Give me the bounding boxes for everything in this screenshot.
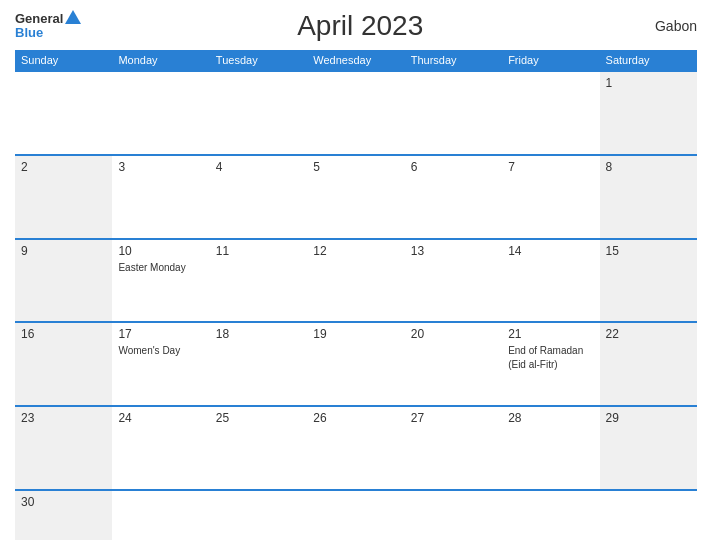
day-number: 13	[411, 244, 496, 258]
day-cell	[502, 72, 599, 154]
day-header-tuesday: Tuesday	[210, 50, 307, 70]
day-cell: 29	[600, 407, 697, 489]
day-cell: 4	[210, 156, 307, 238]
day-header-saturday: Saturday	[600, 50, 697, 70]
day-cell: 12	[307, 240, 404, 322]
day-number: 21	[508, 327, 593, 341]
day-number: 15	[606, 244, 691, 258]
day-cell	[307, 72, 404, 154]
weeks: 12345678910Easter Monday11121314151617Wo…	[15, 70, 697, 540]
day-number: 16	[21, 327, 106, 341]
day-number: 23	[21, 411, 106, 425]
day-number: 29	[606, 411, 691, 425]
day-number: 1	[606, 76, 691, 90]
day-cell: 13	[405, 240, 502, 322]
day-number: 5	[313, 160, 398, 174]
day-cell: 10Easter Monday	[112, 240, 209, 322]
day-cell	[600, 491, 697, 540]
day-number: 25	[216, 411, 301, 425]
day-cell: 16	[15, 323, 112, 405]
day-number: 28	[508, 411, 593, 425]
day-cell: 2	[15, 156, 112, 238]
day-cell: 7	[502, 156, 599, 238]
day-cell	[210, 72, 307, 154]
day-number: 22	[606, 327, 691, 341]
day-cell	[502, 491, 599, 540]
day-number: 9	[21, 244, 106, 258]
day-number: 24	[118, 411, 203, 425]
week-row-0: 1	[15, 70, 697, 154]
day-header-wednesday: Wednesday	[307, 50, 404, 70]
day-number: 4	[216, 160, 301, 174]
month-title: April 2023	[83, 10, 637, 42]
day-cell: 23	[15, 407, 112, 489]
day-header-friday: Friday	[502, 50, 599, 70]
country: Gabon	[637, 18, 697, 34]
day-cell: 21End of Ramadan (Eid al-Fitr)	[502, 323, 599, 405]
day-cell: 26	[307, 407, 404, 489]
week-row-3: 1617Women's Day18192021End of Ramadan (E…	[15, 321, 697, 405]
day-number: 7	[508, 160, 593, 174]
day-number: 2	[21, 160, 106, 174]
day-header-monday: Monday	[112, 50, 209, 70]
day-cell: 14	[502, 240, 599, 322]
day-number: 10	[118, 244, 203, 258]
holiday-label: Easter Monday	[118, 262, 185, 273]
day-cell: 15	[600, 240, 697, 322]
day-cell: 28	[502, 407, 599, 489]
day-cell	[307, 491, 404, 540]
day-cell: 24	[112, 407, 209, 489]
day-number: 6	[411, 160, 496, 174]
holiday-label: End of Ramadan (Eid al-Fitr)	[508, 345, 583, 370]
header: General Blue April 2023 Gabon	[15, 10, 697, 42]
day-cell: 19	[307, 323, 404, 405]
page: General Blue April 2023 Gabon SundayMond…	[0, 0, 712, 550]
calendar: SundayMondayTuesdayWednesdayThursdayFrid…	[15, 50, 697, 540]
day-cell: 27	[405, 407, 502, 489]
day-number: 3	[118, 160, 203, 174]
day-number: 19	[313, 327, 398, 341]
holiday-label: Women's Day	[118, 345, 180, 356]
day-cell: 3	[112, 156, 209, 238]
day-headers: SundayMondayTuesdayWednesdayThursdayFrid…	[15, 50, 697, 70]
day-cell: 25	[210, 407, 307, 489]
day-cell: 8	[600, 156, 697, 238]
day-number: 30	[21, 495, 106, 509]
day-cell: 20	[405, 323, 502, 405]
day-cell: 5	[307, 156, 404, 238]
day-cell	[112, 491, 209, 540]
day-cell: 9	[15, 240, 112, 322]
week-row-2: 910Easter Monday1112131415	[15, 238, 697, 322]
day-cell	[210, 491, 307, 540]
day-number: 27	[411, 411, 496, 425]
week-row-1: 2345678	[15, 154, 697, 238]
logo-row1: General	[15, 12, 83, 26]
day-number: 12	[313, 244, 398, 258]
day-number: 8	[606, 160, 691, 174]
logo: General Blue	[15, 12, 83, 41]
day-cell	[405, 72, 502, 154]
logo-triangle-icon	[65, 10, 81, 24]
day-cell: 22	[600, 323, 697, 405]
day-cell: 30	[15, 491, 112, 540]
day-header-sunday: Sunday	[15, 50, 112, 70]
day-cell	[15, 72, 112, 154]
day-cell: 6	[405, 156, 502, 238]
week-row-5: 30	[15, 489, 697, 540]
logo-block: General Blue	[15, 12, 83, 41]
logo-blue: Blue	[15, 26, 83, 40]
day-number: 11	[216, 244, 301, 258]
day-cell: 17Women's Day	[112, 323, 209, 405]
day-cell: 1	[600, 72, 697, 154]
logo-general: General	[15, 12, 63, 26]
day-cell: 18	[210, 323, 307, 405]
day-cell: 11	[210, 240, 307, 322]
day-cell	[112, 72, 209, 154]
day-number: 14	[508, 244, 593, 258]
day-header-thursday: Thursday	[405, 50, 502, 70]
week-row-4: 23242526272829	[15, 405, 697, 489]
day-number: 26	[313, 411, 398, 425]
day-number: 20	[411, 327, 496, 341]
day-cell	[405, 491, 502, 540]
day-number: 18	[216, 327, 301, 341]
